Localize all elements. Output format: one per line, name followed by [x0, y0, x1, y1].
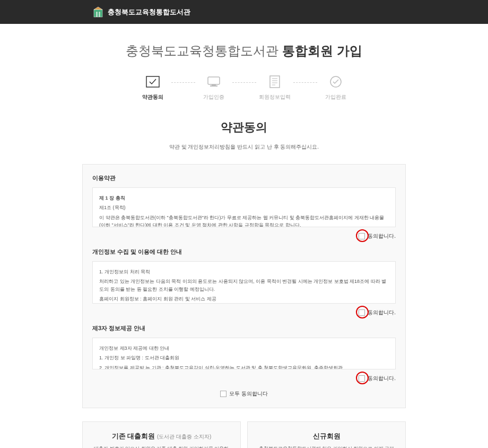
terms-usage-content[interactable]: 제 1 장 총칙 제1조 (목적) 이 약관은 충북통합도서관(이하 "충북통합… — [92, 187, 396, 227]
page-title: 충청북도교육청통합도서관 통합회원 가입 — [82, 42, 406, 59]
existing-desc: 대출자 번호가 있으신 회원은 기존 대출 회원 가입하기를 이용하십시요. — [92, 445, 231, 448]
agree-third[interactable]: 동의합니다. — [359, 375, 396, 382]
terms-container: 이용약관 제 1 장 총칙 제1조 (목적) 이 약관은 충북통합도서관(이하 … — [82, 164, 406, 408]
section-subtitle: 약관 및 개인정보처리방침을 반드시 읽고 난 후 동의해주십시요. — [82, 143, 406, 151]
svg-rect-4 — [208, 77, 220, 84]
document-icon — [267, 75, 282, 88]
svg-rect-6 — [210, 85, 217, 87]
section-title: 약관동의 — [82, 119, 406, 135]
agree-usage[interactable]: 동의합니다. — [359, 232, 396, 240]
new-title: 신규회원 — [257, 432, 396, 441]
existing-title: 기존 대출회원 — [112, 432, 155, 440]
terms-usage-label: 이용약관 — [92, 174, 396, 182]
existing-sub: (도서관 대출증 소지자) — [157, 434, 211, 440]
checkbox-icon — [145, 75, 160, 88]
agree-privacy[interactable]: 동의합니다. — [359, 309, 396, 316]
step-terms: 약관동의 — [137, 75, 169, 101]
member-types: 기존 대출회원 (도서관 대출증 소지자) 대출자 번호가 있으신 회원은 기존… — [82, 421, 406, 448]
checkbox-icon[interactable] — [359, 309, 365, 316]
new-member-card: 신규회원 충청북도교육청통합도서관에 처음 가입하신 회원으로 아래 구분 중 … — [247, 421, 406, 448]
terms-privacy-content[interactable]: 1. 개인정보의 처리 목적 처리하고 있는 개인정보는 다음의 목적 이외의 … — [92, 261, 396, 304]
checkbox-icon[interactable] — [359, 375, 365, 382]
checkbox-icon[interactable] — [359, 233, 365, 239]
site-name: 충청북도교육청통합도서관 — [108, 7, 190, 17]
check-circle-icon — [328, 75, 343, 88]
existing-member-card: 기존 대출회원 (도서관 대출증 소지자) 대출자 번호가 있으신 회원은 기존… — [82, 421, 241, 448]
svg-rect-3 — [146, 76, 159, 87]
agree-all[interactable]: 모두 동의합니다 — [220, 390, 268, 398]
svg-rect-1 — [96, 12, 98, 17]
new-desc1: 충청북도교육청통합도서관에 처음 가입하신 회원으로 아래 구분 중 한 항목을… — [259, 446, 395, 448]
step-verify: 가입인증 — [198, 75, 230, 101]
svg-rect-0 — [94, 10, 102, 17]
site-logo[interactable]: 충청북도교육청통합도서관 — [93, 6, 190, 18]
svg-rect-7 — [270, 76, 280, 88]
monitor-icon — [206, 75, 221, 88]
checkbox-icon[interactable] — [220, 391, 226, 397]
svg-rect-2 — [99, 12, 100, 17]
terms-third-label: 제3자 정보제공 안내 — [92, 324, 396, 332]
svg-rect-5 — [212, 84, 216, 85]
step-done: 가입완료 — [320, 75, 352, 101]
terms-privacy-label: 개인정보 수집 및 이용에 대한 안내 — [92, 248, 396, 256]
progress-steps: 약관동의 가입인증 회원정보입력 가입완료 — [82, 75, 406, 101]
terms-third-content[interactable]: 개인정보 제3자 제공에 대한 안내 1. 개인정 보 파일명 : 도서관 대출… — [92, 338, 396, 369]
logo-icon — [93, 6, 103, 18]
step-info: 회원정보입력 — [259, 75, 291, 101]
header: 충청북도교육청통합도서관 — [0, 0, 488, 24]
